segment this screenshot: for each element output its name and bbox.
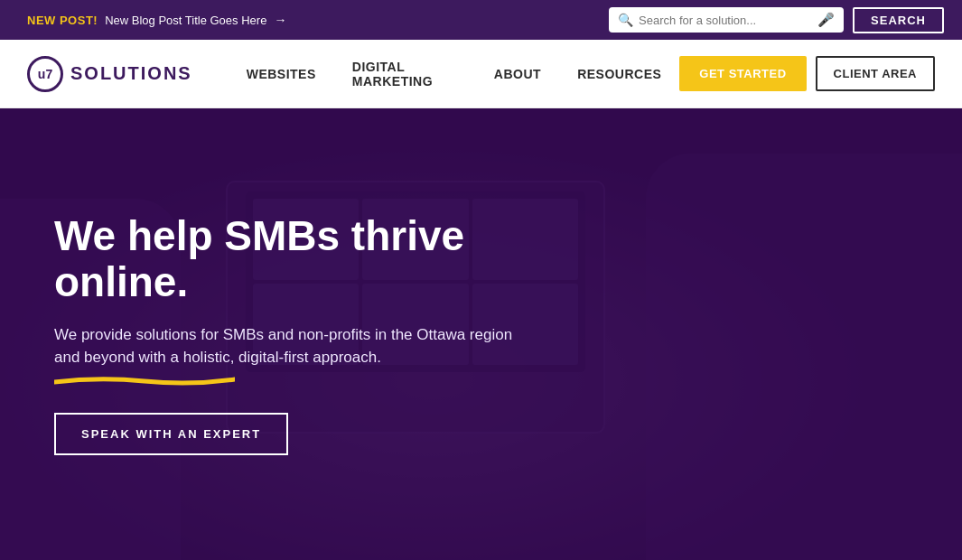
hero-underline (54, 375, 235, 386)
main-nav: u7 SOLUTIONS WEBSITES DIGITAL MARKETING … (0, 40, 962, 108)
hero-title: We help SMBs thrive online. (54, 213, 596, 304)
logo[interactable]: u7 SOLUTIONS (27, 56, 192, 92)
underline-svg (54, 375, 235, 386)
hero-content: We help SMBs thrive online. We provide s… (0, 108, 962, 560)
blog-announcement[interactable]: NEW POST! New Blog Post Title Goes Here … (27, 13, 286, 27)
get-started-button[interactable]: GET STARTED (679, 56, 806, 91)
logo-circle: u7 (27, 56, 63, 92)
nav-item-websites[interactable]: WEBSITES (229, 40, 334, 108)
search-bar[interactable]: 🔍 🎤 (609, 7, 844, 33)
search-input[interactable] (639, 14, 810, 27)
nav-item-digital-marketing[interactable]: DIGITAL MARKETING (334, 40, 476, 108)
speak-expert-button[interactable]: SPEAK WITH AN EXPERT (54, 413, 288, 455)
blog-post-title: New Blog Post Title Goes Here (105, 14, 266, 27)
search-button[interactable]: SEARCH (853, 7, 944, 33)
new-post-badge: NEW POST! (27, 14, 98, 27)
nav-links: WEBSITES DIGITAL MARKETING ABOUT RESOURC… (229, 40, 680, 108)
search-icon: 🔍 (618, 13, 633, 27)
client-area-button[interactable]: CLIENT AREA (816, 56, 935, 91)
top-bar-right: 🔍 🎤 SEARCH (609, 7, 944, 33)
nav-item-about[interactable]: ABOUT (476, 40, 559, 108)
logo-u7: u7 (38, 67, 52, 81)
brand-name: SOLUTIONS (70, 63, 192, 84)
microphone-icon[interactable]: 🎤 (817, 12, 835, 28)
top-bar: NEW POST! New Blog Post Title Goes Here … (0, 0, 962, 40)
nav-actions: GET STARTED CLIENT AREA (679, 56, 935, 91)
hero-subtitle: We provide solutions for SMBs and non-pr… (54, 323, 542, 369)
arrow-icon: → (274, 13, 286, 27)
nav-item-resources[interactable]: RESOURCES (559, 40, 679, 108)
hero-section: We help SMBs thrive online. We provide s… (0, 108, 962, 560)
